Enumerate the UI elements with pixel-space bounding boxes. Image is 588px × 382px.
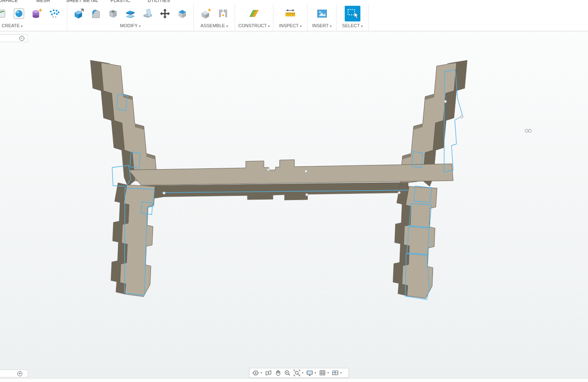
ribbon-row: CREATE▾	[0, 4, 588, 31]
ribbon-group-modify: MODIFY▾	[67, 4, 194, 31]
primitive-cylinder-icon[interactable]	[30, 5, 44, 22]
fillet-icon[interactable]	[89, 5, 103, 22]
dropdown-caret: ▾	[21, 24, 23, 28]
split-body-icon[interactable]	[141, 5, 155, 22]
expand-icon[interactable]: +	[17, 371, 22, 376]
grid-icon[interactable]	[318, 369, 327, 377]
create-dropdown[interactable]: CREATE▾	[0, 23, 23, 28]
primitive-cylinder-icon	[31, 7, 43, 20]
dropdown-caret: ▾	[268, 24, 270, 28]
new-component-icon	[200, 7, 212, 20]
zoom-icon[interactable]	[283, 369, 292, 377]
orbit-caret[interactable]: ▾	[261, 371, 263, 375]
offset-face-icon[interactable]	[175, 5, 189, 22]
measure-icon	[284, 7, 296, 20]
bottom-strip	[0, 378, 588, 382]
model-left-upper-leg[interactable]	[90, 60, 158, 186]
insert-dropdown[interactable]: INSERT▾	[312, 23, 332, 28]
dropdown-caret: ▾	[226, 24, 228, 28]
display-settings-icon	[306, 369, 313, 377]
dropdown-caret: ▾	[139, 24, 141, 28]
press-pull-icon	[72, 7, 85, 20]
orbit-icon[interactable]	[251, 369, 260, 377]
grid-caret[interactable]: ▾	[327, 371, 330, 375]
viewports-icon[interactable]	[331, 369, 340, 377]
select-window-icon[interactable]	[345, 6, 360, 21]
collapse-icon[interactable]: −	[19, 36, 24, 41]
inspect-label: INSPECT	[279, 23, 299, 28]
ribbon-group-inspect: INSPECT▾	[273, 4, 308, 31]
assemble-label: ASSEMBLE	[200, 23, 225, 28]
model-beam-underside[interactable]	[143, 182, 408, 200]
ribbon-group-select: SELECT▾	[336, 4, 369, 31]
pan-icon[interactable]	[273, 369, 282, 377]
select-window-icon	[346, 7, 359, 20]
viewport-canvas[interactable]	[0, 31, 588, 382]
press-pull-icon[interactable]	[71, 5, 85, 22]
dropdown-caret: ▾	[330, 24, 332, 28]
tab-mesh[interactable]: MESH	[36, 0, 50, 3]
combine-icon	[124, 7, 136, 20]
move-copy-icon[interactable]	[158, 5, 172, 22]
dropdown-caret: ▾	[361, 24, 362, 28]
construct-dropdown[interactable]: CONSTRUCT▾	[238, 23, 270, 28]
select-dropdown[interactable]: SELECT▾	[342, 23, 363, 28]
tab-utilities[interactable]: UTILITIES	[148, 0, 170, 3]
look-at-icon[interactable]	[264, 369, 273, 377]
joint-icon	[217, 7, 229, 20]
shell-icon	[107, 7, 119, 20]
insert-label: INSERT	[312, 23, 329, 28]
move-copy-icon	[159, 7, 171, 20]
look-at-icon	[265, 369, 272, 377]
model-viewport[interactable]: − + ▾	[0, 31, 588, 382]
toolbar-ribbon: SURFACE MESH SHEET METAL PLASTIC UTILITI…	[0, 0, 588, 31]
grid-icon	[319, 369, 326, 377]
joint-icon[interactable]	[216, 5, 230, 22]
browser-collapse-pill[interactable]: −	[0, 34, 28, 42]
measure-icon[interactable]	[283, 5, 297, 22]
ribbon-group-insert: INSERT▾	[308, 4, 336, 31]
fit-caret[interactable]: ▾	[302, 371, 305, 375]
shell-icon[interactable]	[106, 5, 120, 22]
create-sketch-icon	[0, 7, 7, 20]
new-component-icon[interactable]	[199, 5, 213, 22]
canvas-icon	[316, 7, 328, 20]
create-label: CREATE	[2, 23, 20, 28]
inspect-dropdown[interactable]: INSPECT▾	[279, 23, 302, 28]
view-navigation-bar: ▾	[249, 368, 349, 378]
ribbon-group-construct: CONSTRUCT▾	[235, 4, 273, 31]
tab-surface[interactable]: SURFACE	[0, 0, 18, 3]
display-settings-caret[interactable]: ▾	[315, 371, 318, 375]
combine-icon[interactable]	[123, 5, 137, 22]
fusion-app-window: SURFACE MESH SHEET METAL PLASTIC UTILITI…	[0, 0, 588, 382]
fit-icon[interactable]	[292, 369, 301, 377]
ribbon-group-assemble: ASSEMBLE▾	[194, 4, 235, 31]
timeline-expand-pill[interactable]: +	[0, 370, 28, 377]
tab-sheet-metal[interactable]: SHEET METAL	[66, 0, 99, 3]
construction-plane-icon[interactable]	[247, 5, 261, 22]
zoom-icon	[284, 369, 291, 377]
assemble-dropdown[interactable]: ASSEMBLE▾	[200, 23, 228, 28]
dropdown-caret: ▾	[300, 24, 301, 28]
ribbon-group-create: CREATE▾	[0, 4, 67, 31]
canvas-icon[interactable]	[315, 5, 329, 22]
point-pattern-icon	[48, 7, 61, 20]
orbit-icon	[252, 369, 259, 377]
fit-icon	[293, 369, 301, 377]
tab-plastic[interactable]: PLASTIC	[111, 0, 130, 3]
toolbar-tabs: SURFACE MESH SHEET METAL PLASTIC UTILITI…	[0, 0, 588, 4]
create-sketch-icon[interactable]	[0, 5, 8, 22]
offset-face-icon	[176, 7, 188, 20]
pan-icon	[274, 369, 282, 377]
sphere-icon	[13, 7, 25, 20]
modify-dropdown[interactable]: MODIFY▾	[120, 23, 141, 28]
model-left-lower-leg[interactable]	[111, 183, 155, 297]
point-pattern-icon[interactable]	[47, 5, 61, 22]
construction-plane-icon	[247, 7, 261, 20]
link-icon[interactable]	[525, 129, 531, 132]
select-label: SELECT	[342, 23, 360, 28]
viewports-caret[interactable]: ▾	[340, 371, 343, 375]
split-body-icon	[141, 7, 154, 20]
sphere-icon[interactable]	[12, 5, 26, 22]
display-settings-icon[interactable]	[305, 369, 314, 377]
